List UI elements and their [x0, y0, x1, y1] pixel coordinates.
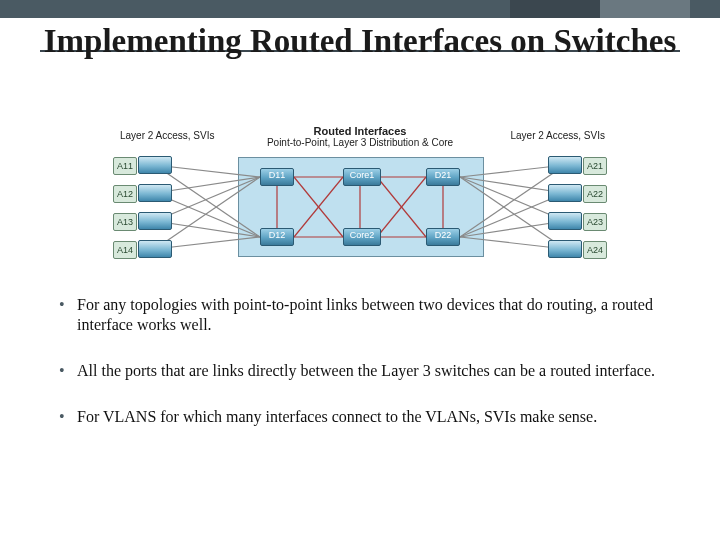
device-access: A14 [138, 240, 172, 258]
device-access: A21 [548, 156, 582, 174]
device-dist: D11 [260, 168, 294, 186]
list-item: For any topologies with point-to-point l… [55, 295, 665, 335]
device-dist: D22 [426, 228, 460, 246]
list-item: All the ports that are links directly be… [55, 361, 665, 381]
network-diagram: Layer 2 Access, SVIs Layer 2 Access, SVI… [100, 135, 620, 270]
diagram-links [100, 135, 620, 270]
title-wrap: Implementing Routed Interfaces on Switch… [0, 16, 720, 61]
device-dist: D21 [426, 168, 460, 186]
device-label: A12 [113, 185, 137, 203]
device-core: Core2 [343, 228, 381, 246]
device-label: A11 [113, 157, 137, 175]
device-access: A11 [138, 156, 172, 174]
device-label: A13 [113, 213, 137, 231]
device-access: A23 [548, 212, 582, 230]
device-label: A21 [583, 157, 607, 175]
device-access: A12 [138, 184, 172, 202]
list-item: For VLANS for which many interfaces conn… [55, 407, 665, 427]
device-dist: D12 [260, 228, 294, 246]
bullet-text: For VLANS for which many interfaces conn… [77, 408, 597, 425]
device-access: A13 [138, 212, 172, 230]
page-title: Implementing Routed Interfaces on Switch… [40, 22, 680, 61]
device-access: A22 [548, 184, 582, 202]
bullet-text: For any topologies with point-to-point l… [77, 296, 653, 333]
device-label: A22 [583, 185, 607, 203]
device-label: A14 [113, 241, 137, 259]
device-label: A23 [583, 213, 607, 231]
slide: Implementing Routed Interfaces on Switch… [0, 0, 720, 540]
bullet-text: All the ports that are links directly be… [77, 362, 655, 379]
bullet-list: For any topologies with point-to-point l… [55, 295, 665, 453]
device-access: A24 [548, 240, 582, 258]
device-label: A24 [583, 241, 607, 259]
device-core: Core1 [343, 168, 381, 186]
